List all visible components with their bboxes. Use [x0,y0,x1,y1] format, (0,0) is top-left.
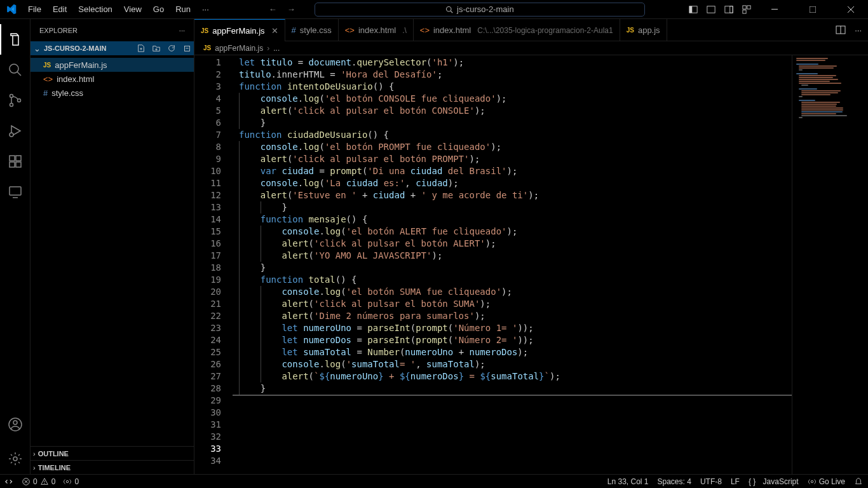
editor-tab[interactable]: #style.css [285,19,339,41]
chevron-right-icon: › [33,464,36,471]
svg-point-42 [67,480,69,483]
minimap-content [796,58,864,123]
status-bar: 0 0 0 Ln 33, Col 1 Spaces: 4 UTF-8 LF { … [0,474,868,488]
file-item[interactable]: <>index.html [31,72,194,86]
line-gutter: 1234567891011121314151617181920212223242… [194,55,233,474]
svg-rect-8 [747,5,750,8]
js-file-icon: JS [43,62,51,69]
extensions-icon[interactable] [0,146,31,177]
outline-label: OUTLINE [38,450,69,458]
explorer-title: EXPLORER [39,27,78,34]
svg-rect-9 [743,10,746,13]
editor-tab[interactable]: JSappFerMain.js✕ [194,19,285,41]
menu-···[interactable]: ··· [196,4,215,14]
js-file-icon: JS [627,27,634,34]
refresh-icon[interactable] [167,44,176,53]
svg-point-14 [10,64,18,73]
more-actions-icon[interactable]: ··· [855,25,862,35]
breadcrumb-rest: ... [273,44,280,53]
tab-path: C:\...\2035-logica-programacion-2-Aula1 [477,26,613,35]
language-mode[interactable]: { } JavaScript [749,477,799,486]
run-debug-icon[interactable] [0,116,31,146]
svg-rect-4 [707,6,715,13]
js-file-icon: JS [203,44,211,51]
split-editor-icon[interactable] [836,25,846,35]
remote-indicator[interactable] [5,477,14,486]
workspace-header[interactable]: ⌄ JS-CURSO-2-MAIN [31,41,194,55]
collapse-all-icon[interactable] [182,44,191,53]
window-maximize-button[interactable] [798,0,827,19]
breadcrumb-separator: › [267,44,269,53]
new-file-icon[interactable] [137,44,146,53]
editor-tab[interactable]: <>index.htmlC:\...\2035-logica-programac… [414,19,620,41]
remote-explorer-icon[interactable] [0,177,31,207]
svg-rect-23 [16,156,21,161]
title-bar: FileEditSelectionViewGoRun··· ← → js-cur… [0,0,868,19]
code-editor[interactable]: let titulo = document.querySelector('h1'… [233,55,792,474]
command-center[interactable]: js-curso-2-main [315,3,645,17]
svg-rect-11 [810,6,816,13]
menu-selection[interactable]: Selection [72,4,118,14]
window-close-button[interactable] [836,0,865,19]
window-minimize-button[interactable] [760,0,789,19]
ports-indicator[interactable]: 0 [63,477,79,486]
menu-go[interactable]: Go [147,4,170,14]
indentation[interactable]: Spaces: 4 [658,477,691,486]
editor-tab[interactable]: <>index.html.\ [339,19,414,41]
timeline-label: TIMELINE [38,464,71,471]
workspace-name: JS-CURSO-2-MAIN [44,44,135,52]
notifications-icon[interactable] [854,477,863,486]
editor-tabs: JSappFerMain.js✕#style.css<>index.html.\… [194,19,868,41]
menu-view[interactable]: View [118,4,147,14]
menu-bar: FileEditSelectionViewGoRun··· [22,4,215,14]
css-file-icon: # [43,88,48,98]
nav-back-icon[interactable]: ← [269,4,277,14]
tab-label: app.js [638,25,660,35]
layout-panel-bottom-icon[interactable] [707,5,715,14]
new-folder-icon[interactable] [152,44,161,53]
search-text: js-curso-2-main [457,4,514,14]
layout-panel-right-icon[interactable] [724,5,733,14]
menu-run[interactable]: Run [170,4,196,14]
svg-point-43 [811,480,813,483]
search-icon[interactable] [0,55,31,85]
cursor-position[interactable]: Ln 33, Col 1 [607,477,649,486]
problems-indicator[interactable]: 0 0 [22,477,55,486]
settings-gear-icon[interactable] [0,444,31,474]
nav-forward-icon[interactable]: → [287,4,295,14]
editor-tab[interactable]: JSapp.js [620,19,667,41]
encoding[interactable]: UTF-8 [700,477,722,486]
menu-file[interactable]: File [22,4,47,14]
svg-rect-21 [10,162,15,167]
file-item[interactable]: #style.css [31,86,194,100]
tab-path: .\ [402,26,407,35]
eol[interactable]: LF [731,477,740,486]
svg-rect-5 [725,6,733,13]
file-item[interactable]: JSappFerMain.js [31,58,194,72]
layout-panel-left-icon[interactable] [689,5,698,14]
editor-area: JSappFerMain.js✕#style.css<>index.html.\… [194,19,868,474]
go-live[interactable]: Go Live [808,477,845,486]
minimap[interactable] [792,55,868,474]
outline-section[interactable]: › OUTLINE [31,446,194,460]
close-tab-icon[interactable]: ✕ [271,26,278,36]
breadcrumb[interactable]: JS appFerMain.js › ... [194,41,868,55]
menu-edit[interactable]: Edit [47,4,72,14]
timeline-section[interactable]: › TIMELINE [31,460,194,474]
breadcrumb-file: appFerMain.js [215,44,263,53]
svg-point-0 [447,6,452,11]
svg-rect-24 [10,187,21,195]
explorer-more-icon[interactable]: ··· [179,27,185,34]
file-name: index.html [57,74,94,84]
explorer-icon[interactable] [0,24,31,55]
file-tree: JSappFerMain.js<>index.html#style.css [31,55,194,102]
chevron-right-icon: › [33,450,36,458]
html-file-icon: <> [420,25,430,35]
layout-customize-icon[interactable] [742,5,751,14]
js-file-icon: JS [201,27,208,34]
svg-point-18 [17,99,20,102]
svg-rect-3 [689,6,692,13]
source-control-icon[interactable] [0,85,31,116]
accounts-icon[interactable] [0,409,31,440]
svg-point-17 [10,104,13,107]
